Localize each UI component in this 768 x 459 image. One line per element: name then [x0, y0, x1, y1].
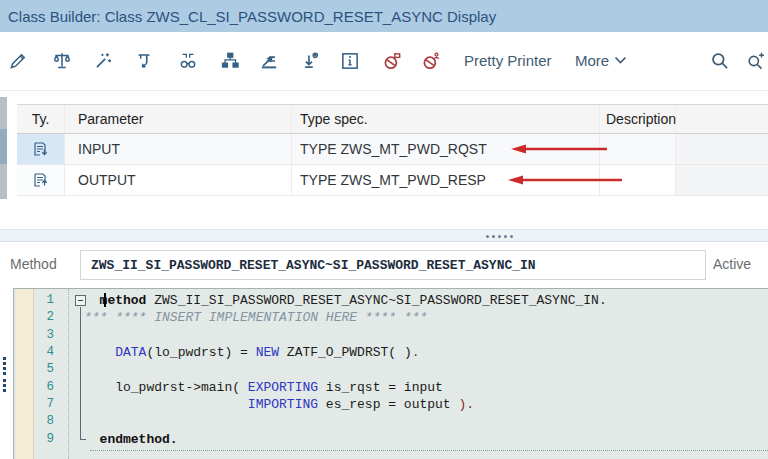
search-icon[interactable]: [708, 49, 732, 73]
column-header-ty[interactable]: Ty.: [17, 105, 65, 133]
table-row-output[interactable]: OUTPUT TYPE ZWS_MT_PWD_RESP: [17, 165, 768, 196]
type-spec-cell[interactable]: TYPE ZWS_MT_PWD_RESP: [292, 165, 600, 195]
search-plus-icon[interactable]: [744, 49, 768, 73]
class-builder-window: Class Builder: Class ZWS_CL_SI_PASSWORD_…: [0, 0, 768, 459]
edit-pencil-icon[interactable]: [6, 49, 30, 73]
more-menu-button[interactable]: More: [575, 52, 627, 69]
wizard-wand-icon[interactable]: [91, 49, 115, 73]
panel-splitter[interactable]: [0, 229, 768, 242]
table-row-input[interactable]: INPUT TYPE ZWS_MT_PWD_RQST: [17, 134, 768, 165]
line-number: 5: [14, 361, 62, 378]
code-line[interactable]: 7 IMPORTING es_resp = output ).: [14, 396, 768, 413]
line-number: 2: [14, 309, 62, 326]
code-line[interactable]: 6 lo_pwdrst->main( EXPORTING is_rqst = i…: [14, 379, 768, 396]
line-number: 8: [14, 413, 62, 430]
code-line[interactable]: 1 method ZWS_II_SI_PASSWORD_RESET_ASYNC~…: [14, 292, 768, 309]
method-end-dotted-line: [90, 450, 768, 451]
line-number: 7: [14, 396, 62, 413]
left-rail-segment[interactable]: [0, 164, 7, 199]
line-number: 9: [14, 431, 62, 448]
chevron-down-icon: [614, 56, 627, 65]
line-number: 3: [14, 327, 62, 344]
description-cell[interactable]: [600, 134, 676, 164]
red-annotation-arrow: [511, 144, 609, 154]
fold-guide-corner: [80, 439, 86, 440]
sort-icon[interactable]: [257, 49, 281, 73]
external-breakpoint-icon[interactable]: [419, 49, 443, 73]
text-cursor: [104, 293, 106, 307]
line-number: 4: [14, 344, 62, 361]
column-header-type-spec[interactable]: Type spec.: [292, 105, 600, 133]
method-status: Active: [713, 256, 751, 272]
code-line[interactable]: 4 DATA(lo_pwdrst) = NEW ZATF_O_PWDRST( )…: [14, 344, 768, 361]
page-title: Class Builder: Class ZWS_CL_SI_PASSWORD_…: [8, 8, 496, 25]
type-spec-cell[interactable]: TYPE ZWS_MT_PWD_RQST: [292, 134, 600, 164]
method-bar: Method ZWS_II_SI_PASSWORD_RESET_ASYNC~SI…: [0, 242, 768, 288]
method-name-field[interactable]: ZWS_II_SI_PASSWORD_RESET_ASYNC~SI_PASSWO…: [80, 250, 706, 280]
exporting-parameter-icon[interactable]: [17, 165, 65, 195]
code-line[interactable]: 3: [14, 327, 768, 344]
abap-code-editor[interactable]: 1 method ZWS_II_SI_PASSWORD_RESET_ASYNC~…: [13, 288, 768, 459]
method-label: Method: [10, 256, 57, 272]
window-title-bar: Class Builder: Class ZWS_CL_SI_PASSWORD_…: [0, 0, 768, 32]
code-line[interactable]: 2*** **** INSERT IMPLEMENTATION HERE ***…: [14, 309, 768, 326]
left-rail-segment[interactable]: [0, 97, 7, 129]
session-breakpoint-icon[interactable]: [380, 49, 404, 73]
parameter-name-cell[interactable]: OUTPUT: [65, 165, 292, 195]
code-line[interactable]: 9 endmethod.: [14, 431, 768, 448]
hierarchy-icon[interactable]: [218, 49, 242, 73]
column-header-description[interactable]: Description: [600, 105, 676, 133]
info-icon[interactable]: [338, 49, 362, 73]
importing-parameter-icon[interactable]: [17, 134, 65, 164]
caliper-icon[interactable]: [132, 49, 156, 73]
download-watch-icon[interactable]: [298, 49, 322, 73]
parameter-name-cell[interactable]: INPUT: [65, 134, 292, 164]
main-toolbar: Pretty Printer More: [0, 32, 768, 91]
pretty-printer-button[interactable]: Pretty Printer: [464, 52, 552, 69]
code-line[interactable]: 5: [14, 361, 768, 378]
left-rail-thumb[interactable]: [0, 129, 7, 164]
line-number: 1: [14, 292, 62, 309]
splitter-grip-dots: [486, 235, 513, 238]
fold-collapse-icon[interactable]: [75, 295, 86, 306]
red-annotation-arrow: [508, 175, 624, 185]
parameters-table: Ty. Parameter Type spec. Description INP…: [17, 104, 768, 196]
fold-guide-line: [80, 307, 81, 439]
code-lines: 1 method ZWS_II_SI_PASSWORD_RESET_ASYNC~…: [14, 292, 768, 448]
column-header-filler: [676, 105, 768, 133]
table-header-row: Ty. Parameter Type spec. Description: [17, 104, 768, 134]
line-number: 6: [14, 379, 62, 396]
binoculars-icon[interactable]: [176, 49, 200, 73]
scales-icon[interactable]: [50, 49, 74, 73]
code-line[interactable]: 8: [14, 413, 768, 430]
column-header-parameter[interactable]: Parameter: [65, 105, 292, 133]
